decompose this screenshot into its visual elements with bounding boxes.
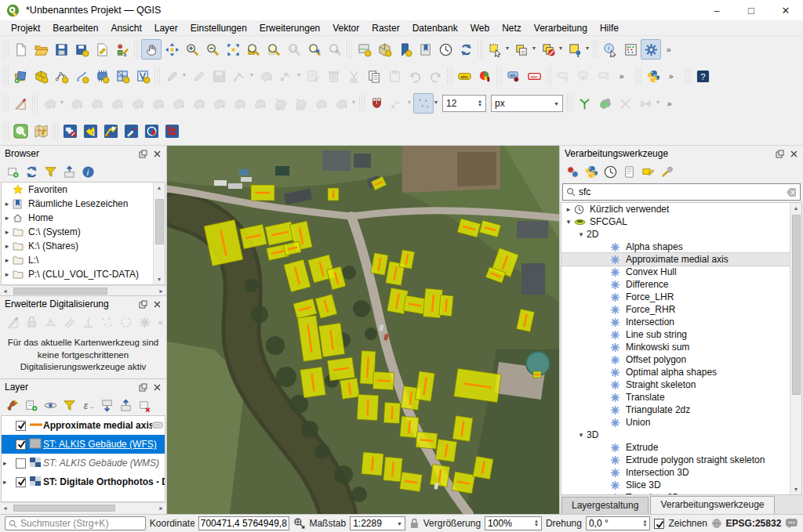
zoom-native-icon[interactable]: 1:1 — [284, 39, 304, 60]
expander-icon[interactable]: ▾ — [576, 230, 587, 238]
maximize-button[interactable]: □ — [734, 0, 768, 20]
open-project-icon[interactable] — [31, 39, 51, 60]
toggle-editing-icon[interactable]: ▾ — [162, 66, 182, 86]
cad-construction-icon[interactable] — [41, 313, 60, 331]
split-parts-icon[interactable] — [290, 93, 311, 114]
show-spatial-bookmarks-icon[interactable] — [415, 39, 435, 60]
map-canvas[interactable] — [167, 146, 559, 514]
save-project-as-icon[interactable] — [71, 39, 92, 60]
paste-features-icon[interactable] — [384, 66, 405, 86]
expander-icon[interactable]: ▾ — [563, 218, 574, 226]
edit-inplace-icon[interactable] — [638, 162, 657, 181]
dock-tab-layer-styling[interactable]: Layergestaltung — [561, 497, 649, 514]
properties-info-icon[interactable]: i — [78, 162, 97, 181]
add-ring-icon[interactable] — [127, 93, 147, 114]
reshape-icon[interactable] — [249, 93, 270, 114]
close-panel-icon[interactable] — [151, 148, 163, 159]
overflow-icon[interactable]: » — [661, 39, 681, 60]
browser-vscrollbar[interactable]: ▴▾ — [153, 183, 165, 284]
processing-vscrollbar[interactable]: ▴▾ — [790, 203, 801, 494]
collapse-all-icon[interactable] — [60, 162, 78, 181]
select-by-value-icon[interactable]: ▾ — [511, 39, 532, 60]
save-project-icon[interactable] — [51, 39, 71, 60]
algorithm-item[interactable]: Triangulate 2dz — [561, 404, 790, 416]
processing-toolbox-icon[interactable] — [641, 39, 661, 60]
new-memory-layer-icon[interactable] — [92, 66, 112, 86]
algorithm-item[interactable]: Convex Hull — [561, 266, 790, 278]
zoom-full-icon[interactable] — [223, 39, 243, 60]
algorithm-item[interactable]: Line sub string — [561, 328, 790, 341]
algorithm-item[interactable]: Force_LHR — [561, 291, 790, 303]
minimize-button[interactable]: – — [699, 0, 734, 20]
modify-attributes-icon[interactable] — [303, 66, 323, 86]
collapse-all-layers-icon[interactable] — [116, 396, 135, 414]
browser-item[interactable]: ▸Home — [2, 211, 153, 225]
browser-item[interactable]: ▸P:\ (CLU_VOL_ITC-DATA) — [2, 267, 153, 281]
remove-unused-icon[interactable] — [615, 93, 635, 114]
add-selected-layer-icon[interactable] — [3, 162, 22, 181]
expand-all-icon[interactable] — [97, 396, 116, 414]
close-panel-icon[interactable] — [787, 148, 800, 159]
expander-icon[interactable]: ▾ — [576, 431, 587, 439]
cad-settings-icon[interactable] — [135, 313, 154, 331]
results-viewer-icon[interactable] — [620, 162, 638, 181]
cad-dots-icon[interactable] — [97, 313, 116, 331]
algorithm-item[interactable]: Union — [561, 416, 790, 429]
plugin-cluster-icon[interactable] — [60, 121, 80, 142]
move-label-icon[interactable] — [553, 66, 573, 86]
cut-features-icon[interactable] — [343, 66, 364, 86]
menu-projekt[interactable]: Projekt — [5, 21, 46, 35]
plugin-grid-icon[interactable] — [162, 121, 182, 142]
expander-icon[interactable]: ▸ — [563, 205, 574, 213]
refresh-icon[interactable] — [456, 39, 476, 60]
crs-label[interactable]: EPSG:25832 — [726, 518, 782, 529]
layer-styling-icon[interactable] — [3, 396, 22, 414]
layer-visibility-checkbox[interactable] — [16, 458, 26, 469]
move-feature-icon[interactable] — [256, 66, 276, 86]
layer-visibility-checkbox[interactable] — [16, 477, 26, 487]
python-console-icon[interactable] — [643, 66, 663, 86]
browser-filter-icon[interactable] — [41, 162, 60, 181]
select-by-location-icon[interactable]: ▾ — [565, 39, 585, 60]
zoom-to-layer-icon[interactable] — [243, 39, 263, 60]
expander-icon[interactable]: ▸ — [2, 214, 13, 222]
vertex-tool-icon[interactable]: ▾ — [276, 66, 296, 86]
algorithm-item[interactable]: Straight skeleton — [561, 378, 790, 391]
algorithm-item[interactable]: ▸Kürzlich verwendet — [561, 203, 790, 215]
overflow-icon[interactable]: » — [154, 313, 166, 331]
algorithm-item[interactable]: ▾3D — [561, 429, 790, 441]
menu-erweiterungen[interactable]: Erweiterungen — [253, 21, 326, 35]
algorithm-item[interactable]: Extrude — [561, 441, 790, 454]
split-features-icon[interactable] — [270, 93, 290, 114]
plugin-circle-icon[interactable] — [141, 121, 162, 142]
zoom-out-icon[interactable] — [202, 39, 223, 60]
browser-item[interactable]: ▸C:\ (System) — [2, 225, 153, 239]
layer-row[interactable]: ▸ST: ALKIS Gebäude (WMS) — [2, 454, 165, 472]
new-point-layer-icon[interactable] — [51, 66, 71, 86]
plugin-picker-icon[interactable] — [121, 121, 141, 142]
menu-vektor[interactable]: Vektor — [326, 21, 365, 35]
expander-icon[interactable]: ▸ — [3, 478, 13, 486]
menu-layer[interactable]: Layer — [148, 21, 184, 35]
processing-search-input[interactable] — [579, 186, 787, 197]
close-panel-icon[interactable] — [151, 299, 163, 309]
menu-ansicht[interactable]: Ansicht — [104, 21, 147, 35]
layers-hscrollbar[interactable]: ◂▸ — [0, 502, 166, 512]
layer-visibility-checkbox[interactable] — [16, 421, 26, 431]
processing-models-icon[interactable] — [563, 162, 582, 181]
cad-perpendicular-icon[interactable] — [78, 313, 97, 331]
snap-tolerance-spin[interactable]: 12▲▼ — [442, 95, 486, 112]
avoid-intersections-icon[interactable] — [594, 93, 615, 114]
expander-icon[interactable]: ▸ — [2, 256, 13, 264]
new-mesh-layer-icon[interactable] — [112, 66, 133, 86]
offset-curve-icon[interactable] — [229, 93, 249, 114]
algorithm-item[interactable]: Difference — [561, 278, 790, 291]
magnifier-spin[interactable]: 100%▲▼ — [485, 516, 542, 530]
algorithm-item[interactable]: ▾2D — [561, 228, 790, 241]
algorithm-item[interactable]: Slice 3D — [561, 479, 790, 491]
crs-globe-icon[interactable] — [711, 518, 722, 529]
plugin-paint-icon[interactable] — [100, 121, 121, 142]
new-line-layer-icon[interactable] — [71, 66, 92, 86]
copy-move-icon[interactable] — [66, 93, 86, 114]
filter-expression-icon[interactable]: ε — [78, 396, 97, 414]
